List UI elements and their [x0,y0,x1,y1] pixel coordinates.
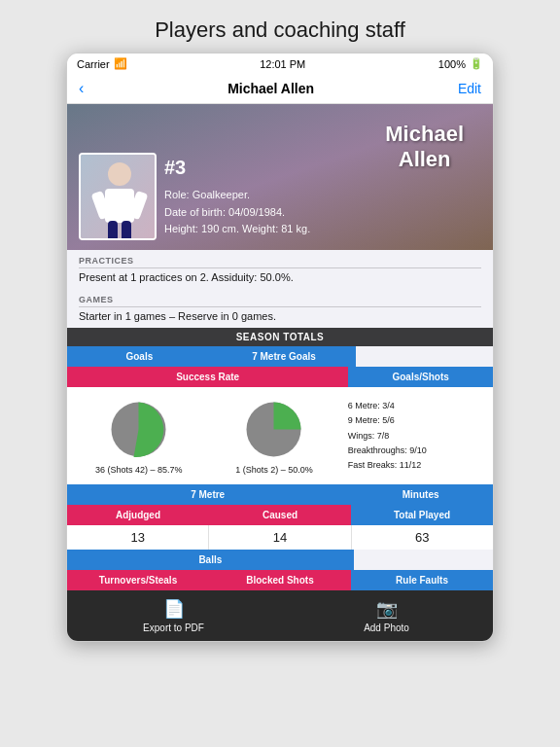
chart2-container: 1 (Shots 2) – 50.0% [206,398,341,475]
nav-bar: ‹ Michael Allen Edit [67,74,493,104]
balls-row: Balls [67,550,493,570]
back-button[interactable]: ‹ [79,80,84,97]
chart2-label: 1 (Shots 2) – 50.0% [235,465,313,475]
charts-row: 36 (Shots 42) – 85.7% 1 (Shots 2) – 50.0… [67,387,493,484]
blocked-shots-header: Blocked Shots [209,570,351,590]
battery-label: 100% [438,58,466,70]
season-totals-header: SEASON TOTALS [67,328,493,346]
edit-button[interactable]: Edit [458,81,481,96]
player-height-weight: Height: 190 cm. Weight: 81 kg. [164,221,310,238]
goals-header: Goals [67,346,212,367]
games-label: GAMES [67,289,493,306]
caused-value: 14 [209,525,351,550]
chart1-container: 36 (Shots 42) – 85.7% [71,398,206,475]
device-frame: Carrier 📶 12:01 PM 100% 🔋 ‹ Michael Alle… [66,53,494,642]
caused-header: Caused [209,505,351,525]
status-bar: Carrier 📶 12:01 PM 100% 🔋 [67,53,493,74]
goals-row: Goals 7 Metre Goals [67,346,493,367]
time-label: 12:01 PM [260,58,305,70]
photo-label: Add Photo [364,622,409,633]
hero-section: Michael Allen [67,104,493,250]
adj-caused-total-values: 13 14 63 [67,525,493,550]
export-label: Export to PDF [143,622,204,633]
goals-shots-detail: 6 Metre: 3/4 9 Metre: 5/6 Wings: 7/8 Bre… [342,395,489,477]
wifi-icon: 📶 [114,57,127,70]
page-title: Players and coaching staff [0,0,560,53]
svg-rect-6 [122,221,131,240]
seven-metre-label: 7 Metre [67,484,348,505]
bottom-toolbar: 📄 Export to PDF 📷 Add Photo [67,590,493,641]
nav-title: Michael Allen [228,81,314,96]
gs-6metre: 6 Metre: 3/4 [348,399,483,413]
svg-point-1 [108,162,131,186]
adjudged-value: 13 [67,525,209,550]
success-rate-header: Success Rate [67,367,348,387]
hero-name: Michael Allen [385,122,464,173]
total-played-header: Total Played [351,505,493,525]
player-dob: Date of birth: 04/09/1984. [164,204,310,222]
games-text: Starter in 1 games – Reserve in 0 games. [67,307,493,328]
player-number: #3 [164,152,310,183]
adjudged-header: Adjudged [67,505,209,525]
chart2-pie [242,398,305,461]
seven-metre-goals-header: 7 Metre Goals [212,346,357,367]
status-left: Carrier 📶 [77,57,127,70]
svg-rect-5 [108,221,118,240]
turnovers-steals-header: Turnovers/Steals [67,570,209,590]
gs-fast-breaks: Fast Breaks: 11/12 [348,458,483,473]
total-played-value: 63 [352,525,493,550]
practices-text: Present at 1 practices on 2. Assiduity: … [67,268,493,289]
content-area: PRACTICES Present at 1 practices on 2. A… [67,250,493,590]
gs-9metre: 9 Metre: 5/6 [348,413,483,428]
goals-row-empty [356,346,493,367]
chart1-pie [107,398,170,461]
status-right: 100% 🔋 [438,57,483,70]
carrier-label: Carrier [77,58,110,70]
seven-metre-minutes-row: 7 Metre Minutes [67,484,493,505]
adj-caused-total-headers: Adjudged Caused Total Played [67,505,493,525]
player-silhouette [81,155,157,240]
add-photo-button[interactable]: 📷 Add Photo [280,598,493,633]
gs-wings: Wings: 7/8 [348,429,483,444]
goals-shots-header: Goals/Shots [348,367,493,387]
rule-faults-header: Rule Faults [351,570,493,590]
balls-header: Balls [67,550,354,570]
export-pdf-button[interactable]: 📄 Export to PDF [67,598,280,633]
gs-breakthroughs: Breakthroughs: 9/10 [348,444,483,458]
svg-rect-2 [105,189,134,223]
minutes-label: Minutes [348,484,493,505]
balls-empty [354,550,493,570]
balls-details-headers: Turnovers/Steals Blocked Shots Rule Faul… [67,570,493,590]
success-rate-row: Success Rate Goals/Shots [67,367,493,387]
player-role: Role: Goalkeeper. [164,187,310,204]
player-photo [79,153,157,240]
practices-label: PRACTICES [67,250,493,267]
hero-details: #3 Role: Goalkeeper. Date of birth: 04/0… [164,152,310,238]
pdf-icon: 📄 [163,598,185,620]
battery-icon: 🔋 [470,57,483,70]
chart1-label: 36 (Shots 42) – 85.7% [95,465,183,475]
camera-icon: 📷 [376,598,398,620]
